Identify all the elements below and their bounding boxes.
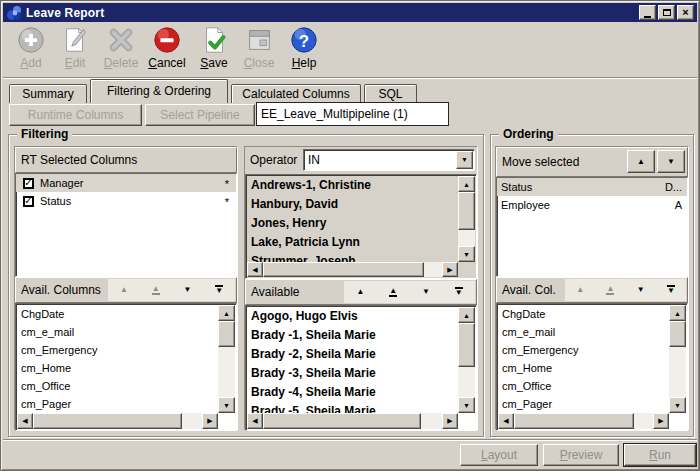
move-bottom-icon[interactable]: ▼ [215, 285, 223, 295]
scroll-left-icon[interactable]: ◀ [247, 262, 263, 277]
close-window-button[interactable]: Close [235, 25, 283, 75]
scroll-down-icon[interactable]: ▼ [458, 246, 475, 262]
list-item[interactable]: Agogo, Hugo Elvis [247, 307, 458, 326]
move-bottom-icon[interactable]: ▼ [455, 287, 463, 297]
move-top-icon[interactable]: ▲ [606, 285, 614, 295]
move-bottom-icon[interactable]: ▼ [667, 285, 675, 295]
tab-calculated-columns[interactable]: Calculated Columns [231, 84, 361, 103]
tab-filtering-ordering[interactable]: Filtering & Ordering [90, 79, 228, 103]
horizontal-scrollbar[interactable]: ◀ ▶ [247, 413, 458, 429]
scroll-up-icon[interactable]: ▲ [458, 307, 475, 323]
scroll-track[interactable] [458, 192, 475, 246]
move-up-icon[interactable]: ▲ [576, 286, 584, 294]
preview-button[interactable]: Preview [543, 444, 619, 466]
scroll-left-icon[interactable]: ◀ [247, 413, 263, 429]
list-item[interactable]: Lake, Patricia Lynn [247, 233, 458, 252]
scroll-thumb[interactable] [263, 262, 424, 277]
scroll-down-icon[interactable]: ▼ [218, 397, 235, 413]
list-item[interactable]: cm_Office [17, 377, 218, 395]
list-item[interactable]: cm_Pager [17, 395, 218, 413]
list-item[interactable]: cm_Office [498, 377, 669, 395]
scroll-left-icon[interactable]: ◀ [498, 413, 514, 429]
list-item[interactable]: ChgDate [498, 305, 669, 323]
close-button[interactable]: × [677, 5, 694, 20]
add-button[interactable]: Add [9, 25, 53, 75]
chevron-down-icon[interactable]: ▼ [456, 151, 473, 169]
scroll-thumb[interactable] [669, 321, 686, 347]
maximize-button[interactable] [658, 5, 675, 20]
scroll-thumb[interactable] [263, 413, 421, 429]
rt-selected-row-manager[interactable]: ✓ Manager * [16, 174, 236, 192]
scroll-right-icon[interactable]: ▶ [442, 262, 458, 277]
move-down-icon[interactable]: ▼ [183, 286, 191, 294]
operator-combobox[interactable]: IN ▼ [303, 149, 475, 171]
list-item[interactable]: cm_Pager [498, 395, 669, 413]
list-item[interactable]: Brady -3, Sheila Marie [247, 364, 458, 383]
sort-row-employee[interactable]: Employee A [497, 196, 687, 214]
scroll-track[interactable] [514, 413, 653, 429]
list-item[interactable]: Brady -2, Sheila Marie [247, 345, 458, 364]
scroll-track[interactable] [33, 413, 202, 429]
scroll-up-icon[interactable]: ▲ [669, 305, 686, 321]
scroll-left-icon[interactable]: ◀ [17, 413, 33, 429]
delete-button[interactable]: Delete [97, 25, 145, 75]
horizontal-scrollbar[interactable]: ◀ ▶ [498, 413, 669, 429]
list-item[interactable]: Strummer, Joseph [247, 252, 458, 262]
runtime-columns-button[interactable]: Runtime Columns [9, 104, 142, 126]
move-up-icon[interactable]: ▲ [356, 288, 364, 296]
vertical-scrollbar[interactable]: ▲ ▼ [218, 305, 235, 413]
tab-summary[interactable]: Summary [9, 84, 87, 103]
scroll-track[interactable] [218, 321, 235, 397]
save-button[interactable]: Save [191, 25, 237, 75]
manager-checkbox[interactable]: ✓ [23, 178, 34, 189]
list-item[interactable]: cm_e_mail [17, 323, 218, 341]
move-down-button[interactable]: ▼ [657, 150, 685, 173]
cancel-button[interactable]: Cancel [143, 25, 191, 75]
horizontal-scrollbar[interactable]: ◀ ▶ [247, 262, 458, 277]
scroll-thumb[interactable] [458, 323, 475, 367]
help-button[interactable]: ? Help [281, 25, 327, 75]
scroll-up-icon[interactable]: ▲ [218, 305, 235, 321]
list-item[interactable]: cm_Home [17, 359, 218, 377]
pipeline-name-field[interactable]: EE_Leave_Multipipeline (1) [256, 102, 449, 126]
vertical-scrollbar[interactable]: ▲ ▼ [458, 307, 475, 413]
scroll-down-icon[interactable]: ▼ [458, 397, 475, 413]
scroll-thumb[interactable] [33, 413, 182, 429]
move-down-icon[interactable]: ▼ [637, 286, 645, 294]
layout-button[interactable]: Layout [460, 444, 538, 466]
vertical-scrollbar[interactable]: ▲ ▼ [669, 305, 686, 413]
vertical-scrollbar[interactable]: ▲ ▼ [458, 176, 475, 262]
move-down-icon[interactable]: ▼ [422, 288, 430, 296]
scroll-track[interactable] [263, 262, 442, 277]
scroll-right-icon[interactable]: ▶ [202, 413, 218, 429]
scroll-thumb[interactable] [218, 321, 235, 347]
status-checkbox[interactable]: ✓ [23, 196, 34, 207]
sort-row-status[interactable]: Status D... [497, 178, 687, 196]
tab-sql[interactable]: SQL [364, 84, 417, 103]
minimize-button[interactable] [639, 5, 656, 20]
select-pipeline-button[interactable]: Select Pipeline [145, 104, 255, 126]
list-item[interactable]: cm_e_mail [498, 323, 669, 341]
move-top-icon[interactable]: ▲ [389, 287, 397, 297]
scroll-track[interactable] [669, 321, 686, 397]
scroll-down-icon[interactable]: ▼ [669, 397, 686, 413]
scroll-track[interactable] [263, 413, 442, 429]
scroll-thumb[interactable] [514, 413, 634, 429]
scroll-right-icon[interactable]: ▶ [442, 413, 458, 429]
run-button[interactable]: Run [624, 444, 696, 466]
list-item[interactable]: Jones, Henry [247, 214, 458, 233]
list-item[interactable]: cm_Home [498, 359, 669, 377]
edit-button[interactable]: Edit [53, 25, 97, 75]
list-item[interactable]: cm_Emergency [498, 341, 669, 359]
rt-selected-row-status[interactable]: ✓ Status * [16, 192, 236, 210]
move-up-icon[interactable]: ▲ [120, 286, 128, 294]
scroll-right-icon[interactable]: ▶ [653, 413, 669, 429]
move-top-icon[interactable]: ▲ [152, 285, 160, 295]
scroll-track[interactable] [458, 323, 475, 397]
list-item[interactable]: ChgDate [17, 305, 218, 323]
list-item[interactable]: Brady -4, Sheila Marie [247, 383, 458, 402]
list-item[interactable]: cm_Emergency [17, 341, 218, 359]
list-item[interactable]: Hanbury, David [247, 195, 458, 214]
move-up-button[interactable]: ▲ [627, 150, 655, 173]
scroll-thumb[interactable] [458, 192, 475, 230]
